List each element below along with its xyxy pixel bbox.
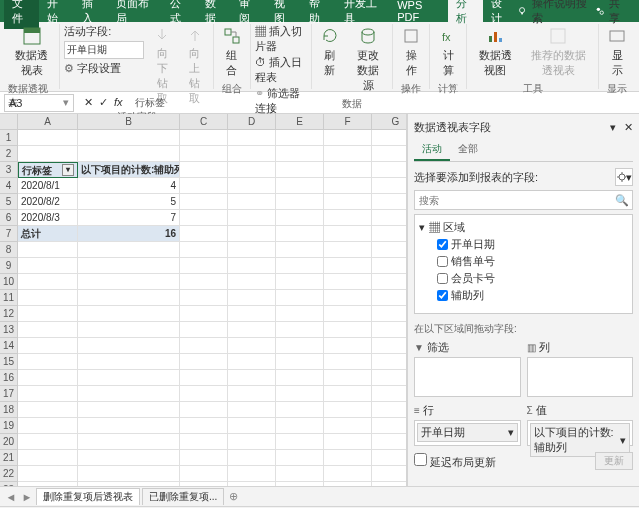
datasource-icon: [358, 26, 378, 46]
pivotchart-button[interactable]: 数据透视图: [471, 24, 518, 80]
tab-nav-prev[interactable]: ◄: [4, 491, 18, 503]
field-member-card[interactable]: 会员卡号: [437, 271, 628, 286]
drill-up-button: 向上钻取: [181, 24, 209, 108]
field-list[interactable]: ▾▦ 区域 开单日期 销售单号 会员卡号 辅助列: [414, 214, 633, 314]
tell-me-search[interactable]: 操作说明搜索: [517, 0, 587, 26]
worksheet[interactable]: ABCDEFG123行标签▾以下项目的计数:辅助列42020/8/1452020…: [0, 114, 407, 486]
svg-rect-7: [233, 37, 239, 43]
svg-rect-5: [24, 28, 40, 33]
actions-button[interactable]: 操作: [397, 24, 425, 80]
choose-fields-label: 选择要添加到报表的字段:: [414, 170, 538, 185]
svg-rect-6: [225, 29, 231, 35]
actions-icon: [401, 26, 421, 46]
area-vals-header: Σ 值: [527, 403, 634, 418]
svg-rect-9: [405, 30, 417, 42]
field-helper[interactable]: 辅助列: [437, 288, 628, 303]
pivottable-icon: [22, 26, 42, 46]
group-label: 操作: [401, 80, 421, 96]
refresh-button[interactable]: 刷新: [316, 24, 344, 80]
drag-label: 在以下区域间拖动字段:: [414, 322, 633, 336]
field-settings-button[interactable]: ⚙ 字段设置: [64, 61, 144, 76]
svg-rect-14: [551, 29, 565, 43]
recommend-icon: [548, 26, 568, 46]
svg-text:fx: fx: [442, 31, 451, 43]
pane-title: 数据透视表字段: [414, 120, 491, 135]
pane-tab-active[interactable]: 活动: [414, 139, 450, 161]
svg-point-8: [362, 29, 374, 35]
show-icon: [607, 26, 627, 46]
formula-bar: A3▾ ✕ ✓ fx 行标签: [0, 92, 639, 114]
field-search[interactable]: 🔍: [414, 190, 633, 210]
tab-nav-next[interactable]: ►: [20, 491, 34, 503]
pane-tab-all[interactable]: 全部: [450, 139, 486, 161]
share-icon: [595, 5, 605, 17]
change-source-button[interactable]: 更改数据源: [348, 24, 389, 95]
calc-icon: fx: [438, 26, 458, 46]
svg-point-2: [597, 8, 600, 11]
svg-rect-13: [499, 38, 502, 42]
gear-icon: [616, 171, 626, 183]
pane-dropdown-icon[interactable]: ▾: [610, 121, 616, 134]
confirm-icon[interactable]: ✓: [99, 96, 108, 109]
pivot-fields-pane: 数据透视表字段 ▾✕ 活动 全部 选择要添加到报表的字段: ▾ 🔍 ▾▦ 区域 …: [407, 114, 639, 486]
group-button[interactable]: 组合: [218, 24, 246, 80]
insert-slicer-button[interactable]: ▦ 插入切片器: [255, 24, 307, 54]
group-label: 计算: [438, 80, 458, 96]
show-button[interactable]: 显示: [603, 24, 631, 80]
sheet-tab-1[interactable]: 删除重复项后透视表: [36, 488, 140, 505]
calc-button[interactable]: fx 计算: [434, 24, 462, 80]
pane-close-icon[interactable]: ✕: [624, 121, 633, 134]
area-vals[interactable]: 以下项目的计数:辅助列▾: [527, 420, 634, 446]
area-cols[interactable]: [527, 357, 634, 397]
new-sheet-button[interactable]: ⊕: [226, 490, 240, 503]
sheet-tab-2[interactable]: 已删除重复项...: [142, 488, 224, 505]
ribbon: 数据透视表 数据透视表 活动字段: ⚙ 字段设置 向下钻取 向上钻取 活动字段 …: [0, 22, 639, 92]
arrow-up-icon: [186, 26, 204, 44]
group-label: 显示: [607, 80, 627, 96]
field-sales-no[interactable]: 销售单号: [437, 254, 628, 269]
svg-rect-15: [610, 31, 624, 41]
svg-rect-11: [489, 36, 492, 42]
refresh-icon: [320, 26, 340, 46]
group-label: 工具: [523, 80, 543, 96]
update-button: 更新: [595, 452, 633, 470]
field-search-input[interactable]: [415, 191, 612, 209]
svg-point-16: [619, 174, 625, 180]
sheet-tabs-bar: ◄ ► 删除重复项后透视表 已删除重复项... ⊕: [0, 486, 639, 506]
area-rows[interactable]: 开单日期▾: [414, 420, 521, 446]
drill-down-button: 向下钻取: [148, 24, 176, 108]
lightbulb-icon: [517, 5, 527, 17]
area-filter-header: ▼ 筛选: [414, 340, 521, 355]
area-filter[interactable]: [414, 357, 521, 397]
svg-point-0: [520, 8, 525, 13]
svg-point-3: [600, 11, 603, 14]
name-box[interactable]: A3▾: [4, 94, 74, 112]
area-rows-header: ≡ 行: [414, 403, 521, 418]
arrow-down-icon: [153, 26, 171, 44]
insert-timeline-button[interactable]: ⏱ 插入日程表: [255, 55, 307, 85]
share-button[interactable]: 共享: [587, 0, 635, 26]
recommended-button: 推荐的数据透视表: [523, 24, 594, 80]
layout-gear-button[interactable]: ▾: [615, 168, 633, 186]
fx-icon[interactable]: fx: [114, 96, 123, 109]
active-field-box: 活动字段: ⚙ 字段设置: [64, 24, 144, 76]
chart-icon: [485, 26, 505, 46]
active-field-input[interactable]: [64, 41, 144, 59]
search-icon[interactable]: 🔍: [612, 191, 632, 209]
field-open-date[interactable]: 开单日期: [437, 237, 628, 252]
defer-layout-checkbox[interactable]: 延迟布局更新: [414, 453, 496, 470]
tab-wpspdf[interactable]: WPS PDF: [389, 0, 448, 26]
group-icon: [222, 26, 242, 46]
menu-bar: 文件 开始 插入 页面布局 公式 数据 审阅 视图 帮助 开发工具 WPS PD…: [0, 0, 639, 22]
group-label: 组合: [222, 80, 242, 96]
row-chip[interactable]: 开单日期▾: [417, 423, 518, 442]
svg-rect-12: [494, 32, 497, 42]
pivottable-button[interactable]: 数据透视表: [8, 24, 55, 80]
cancel-icon[interactable]: ✕: [84, 96, 93, 109]
area-cols-header: ▥ 列: [527, 340, 634, 355]
svg-rect-1: [522, 13, 524, 15]
